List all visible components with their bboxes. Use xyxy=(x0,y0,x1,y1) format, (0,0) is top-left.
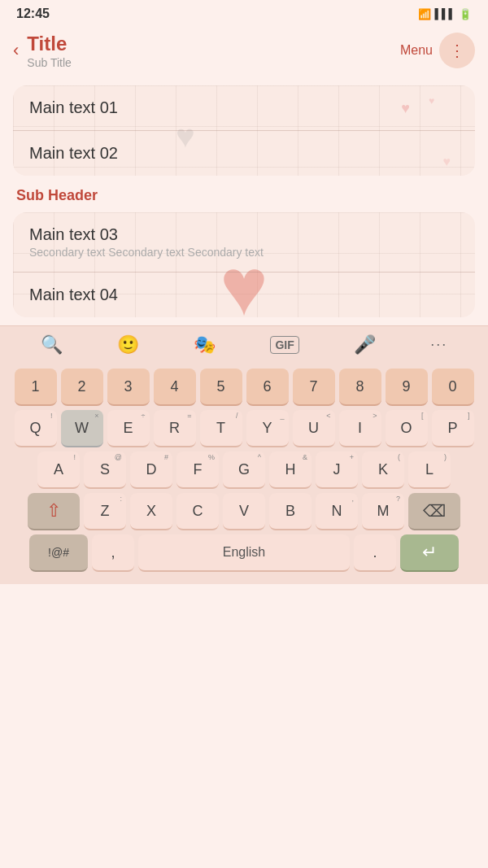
top-bar-left: ‹ Title Sub Title xyxy=(13,33,72,69)
title-group: Title Sub Title xyxy=(27,33,71,69)
mic-icon[interactable]: 🎤 xyxy=(354,334,376,355)
space-label: English xyxy=(223,546,265,559)
key-1[interactable]: 1 xyxy=(15,369,57,406)
period-key[interactable]: . xyxy=(354,534,396,572)
content-area: ♥ ♥ ♥ ♥ Main text 01 Main text 02 Sub He… xyxy=(0,77,488,325)
key-h[interactable]: &H xyxy=(269,451,312,489)
bottom-row: !@# , English . ↵ xyxy=(5,534,483,572)
page-title: Title xyxy=(27,33,71,56)
key-2[interactable]: 2 xyxy=(61,369,103,406)
menu-label[interactable]: Menu xyxy=(400,43,433,58)
shift-key[interactable]: ⇧ xyxy=(28,493,80,530)
top-bar-right: Menu ⋮ xyxy=(400,33,475,68)
zxcv-row: ⇧ :Z X C V B ,N ?M ⌫ xyxy=(5,493,483,530)
key-o[interactable]: [O xyxy=(386,410,428,447)
main-text-04: Main text 04 xyxy=(29,286,459,304)
period-label: . xyxy=(373,545,377,560)
sticker-icon[interactable]: 🎭 xyxy=(194,334,216,355)
key-v[interactable]: V xyxy=(223,493,265,530)
key-n[interactable]: ,N xyxy=(316,493,358,530)
comma-key[interactable]: , xyxy=(92,534,134,572)
key-d[interactable]: #D xyxy=(130,451,172,489)
key-c[interactable]: C xyxy=(176,493,219,530)
key-k[interactable]: (K xyxy=(362,451,404,489)
key-9[interactable]: 9 xyxy=(386,369,428,406)
key-z[interactable]: :Z xyxy=(84,493,126,530)
backspace-key[interactable]: ⌫ xyxy=(408,493,460,530)
search-icon[interactable]: 🔍 xyxy=(41,334,63,355)
key-y[interactable]: _Y xyxy=(246,410,289,447)
secondary-text-03: Secondary text Secondary text Secondary … xyxy=(29,246,459,259)
key-8[interactable]: 8 xyxy=(339,369,381,406)
key-e[interactable]: ÷E xyxy=(107,410,150,447)
main-text-02: Main text 02 xyxy=(29,144,459,163)
signal-icon: ▌▌▌ xyxy=(434,8,455,20)
special-label: !@# xyxy=(48,547,69,558)
key-m[interactable]: ?M xyxy=(362,493,404,530)
keyboard-toolbar: 🔍 🙂 🎭 GIF 🎤 ··· xyxy=(0,325,488,364)
page-subtitle: Sub Title xyxy=(27,56,71,69)
key-5[interactable]: 5 xyxy=(200,369,242,406)
key-6[interactable]: 6 xyxy=(246,369,289,406)
key-0[interactable]: 0 xyxy=(432,369,474,406)
key-3[interactable]: 3 xyxy=(107,369,150,406)
more-button[interactable]: ⋮ xyxy=(439,33,475,68)
key-w[interactable]: ×W xyxy=(61,410,103,447)
keyboard: 1 2 3 4 5 6 7 8 9 0 !Q ×W ÷E =R /T _Y <U… xyxy=(0,364,488,584)
key-s[interactable]: @S xyxy=(84,451,126,489)
key-7[interactable]: 7 xyxy=(293,369,335,406)
key-l[interactable]: )L xyxy=(408,451,451,489)
key-g[interactable]: ^G xyxy=(223,451,265,489)
back-button[interactable]: ‹ xyxy=(13,41,19,59)
emoji-icon[interactable]: 🙂 xyxy=(117,334,139,355)
number-row: 1 2 3 4 5 6 7 8 9 0 xyxy=(5,369,483,406)
key-q[interactable]: !Q xyxy=(15,410,57,447)
battery-icon: 🔋 xyxy=(459,8,472,20)
asdf-row: !A @S #D %F ^G &H +J (K )L xyxy=(5,451,483,489)
list-item-4[interactable]: Main text 04 xyxy=(13,273,475,317)
list-item-1[interactable]: Main text 01 xyxy=(13,85,475,131)
key-4[interactable]: 4 xyxy=(154,369,196,406)
status-time: 12:45 xyxy=(16,7,50,21)
status-bar: 12:45 📶 ▌▌▌ 🔋 xyxy=(0,0,488,28)
key-p[interactable]: ]P xyxy=(432,410,474,447)
key-j[interactable]: +J xyxy=(316,451,358,489)
space-key[interactable]: English xyxy=(138,534,350,572)
sub-header-text: Sub Header xyxy=(16,187,98,203)
key-b[interactable]: B xyxy=(269,493,312,530)
top-bar: ‹ Title Sub Title Menu ⋮ xyxy=(0,28,488,77)
more-options-icon[interactable]: ··· xyxy=(430,336,447,353)
second-list-card: ♥ Main text 03 Secondary text Secondary … xyxy=(13,212,475,317)
key-f[interactable]: %F xyxy=(176,451,219,489)
qwerty-row: !Q ×W ÷E =R /T _Y <U >I [O ]P xyxy=(5,410,483,447)
sub-header: Sub Header xyxy=(13,176,475,212)
wifi-icon: 📶 xyxy=(418,8,431,20)
list-item-3[interactable]: Main text 03 Secondary text Secondary te… xyxy=(13,212,475,273)
comma-label: , xyxy=(111,545,115,560)
key-u[interactable]: <U xyxy=(293,410,335,447)
main-text-03: Main text 03 xyxy=(29,225,459,244)
gif-button[interactable]: GIF xyxy=(270,336,298,354)
key-r[interactable]: =R xyxy=(154,410,196,447)
main-text-01: Main text 01 xyxy=(29,98,459,117)
first-list-card: ♥ ♥ ♥ ♥ Main text 01 Main text 02 xyxy=(13,85,475,176)
key-t[interactable]: /T xyxy=(200,410,242,447)
shift-icon: ⇧ xyxy=(46,502,61,520)
special-key[interactable]: !@# xyxy=(29,534,88,572)
key-a[interactable]: !A xyxy=(37,451,80,489)
backspace-icon: ⌫ xyxy=(423,503,446,519)
status-icons: 📶 ▌▌▌ 🔋 xyxy=(418,8,472,20)
key-i[interactable]: >I xyxy=(339,410,381,447)
list-item-2[interactable]: Main text 02 xyxy=(13,131,475,176)
enter-icon: ↵ xyxy=(422,543,437,561)
key-x[interactable]: X xyxy=(130,493,172,530)
enter-key[interactable]: ↵ xyxy=(400,534,459,572)
